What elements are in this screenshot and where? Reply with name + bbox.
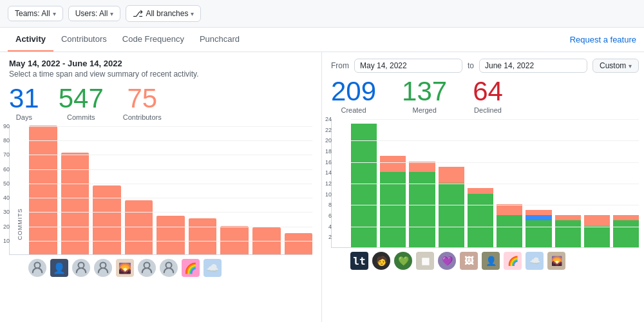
declined-bar-segment bbox=[555, 215, 581, 220]
pr-bar-stack bbox=[468, 188, 493, 247]
tab-contributors[interactable]: Contributors bbox=[53, 28, 115, 52]
days-stat: 31 Days bbox=[9, 85, 39, 121]
left-panel: May 14, 2022 - June 14, 2022 Select a ti… bbox=[0, 52, 322, 322]
pr-avatar: 💜 bbox=[438, 252, 456, 270]
from-label: From bbox=[331, 61, 349, 70]
commits-number: 547 bbox=[59, 85, 104, 112]
contributors-number: 75 bbox=[127, 85, 157, 112]
commit-bar bbox=[220, 226, 249, 254]
declined-bar-segment bbox=[468, 188, 493, 193]
contributors-label: Contributors bbox=[123, 113, 162, 121]
declined-stat: 64 Declined bbox=[473, 78, 503, 114]
days-label: Days bbox=[16, 113, 32, 121]
commits-label: Commits bbox=[67, 113, 95, 121]
pr-avatar: 🧑 bbox=[372, 252, 390, 270]
main-content: May 14, 2022 - June 14, 2022 Select a ti… bbox=[0, 52, 644, 322]
tab-code-frequency[interactable]: Code Frequency bbox=[115, 28, 192, 52]
pr-avatar: 🌈 bbox=[504, 252, 522, 270]
commits-stat: 547 Commits bbox=[59, 85, 104, 121]
custom-label: Custom bbox=[600, 61, 626, 70]
to-date-input[interactable] bbox=[479, 59, 587, 73]
pr-bar-stack bbox=[584, 215, 610, 247]
merged-number: 137 bbox=[402, 78, 447, 105]
declined-number: 64 bbox=[473, 78, 503, 105]
pr-bar-stack bbox=[351, 124, 377, 247]
commit-bar bbox=[125, 200, 153, 254]
date-subtitle: Select a time span and view summary of r… bbox=[9, 70, 312, 79]
merged-stat: 137 Merged bbox=[402, 78, 447, 114]
pr-avatar: ▦ bbox=[416, 252, 434, 270]
avatar: 🌄 bbox=[116, 259, 134, 277]
commit-bar bbox=[156, 216, 185, 254]
pr-avatar: 🖼 bbox=[460, 252, 478, 270]
merged-bar-segment bbox=[613, 220, 639, 247]
teams-dropdown[interactable]: Teams: All ▾ bbox=[8, 6, 63, 21]
pr-avatar: 🌄 bbox=[547, 252, 565, 270]
commit-bar bbox=[252, 227, 281, 254]
to-label: to bbox=[468, 61, 474, 70]
right-header: From to Custom ▾ bbox=[331, 59, 639, 73]
pr-avatar: 👤 bbox=[482, 252, 500, 270]
declined-bar-segment bbox=[497, 204, 522, 215]
request-feature-link[interactable]: Request a feature bbox=[570, 28, 636, 51]
teams-label: Teams: All bbox=[15, 9, 50, 18]
branches-dropdown[interactable]: ⎇ All branches ▾ bbox=[126, 5, 201, 22]
avatar bbox=[138, 259, 156, 277]
pr-avatar: 💚 bbox=[394, 252, 412, 270]
commit-bar bbox=[61, 153, 90, 254]
merged-bar-segment bbox=[526, 220, 551, 247]
users-label: Users: All bbox=[75, 9, 108, 18]
merged-label: Merged bbox=[412, 106, 436, 114]
top-bar: Teams: All ▾ Users: All ▾ ⎇ All branches… bbox=[0, 0, 644, 28]
pr-bar-stack bbox=[439, 167, 464, 247]
pr-bar-stack bbox=[409, 162, 435, 247]
users-dropdown[interactable]: Users: All ▾ bbox=[68, 6, 121, 21]
merged-bar-segment bbox=[584, 226, 610, 247]
tab-punchcard[interactable]: Punchcard bbox=[192, 28, 247, 52]
declined-bar-segment bbox=[584, 215, 610, 226]
declined-bar-segment bbox=[613, 215, 639, 220]
chevron-down-icon: ▾ bbox=[629, 62, 632, 70]
left-chart-wrapper: COMMITS 908070605040302010 👤🌄🌈☁️ bbox=[9, 126, 312, 321]
custom-button[interactable]: Custom ▾ bbox=[592, 59, 639, 73]
right-chart-wrapper: PULL REQUESTS 24222018161412108642 lt🧑💚▦… bbox=[331, 119, 639, 321]
commit-bar bbox=[29, 126, 57, 254]
avatar: ☁️ bbox=[204, 259, 222, 277]
left-stats-row: 31 Days 547 Commits 75 Contributors bbox=[9, 85, 312, 121]
right-panel: From to Custom ▾ 209 Created 137 Merged … bbox=[322, 52, 644, 322]
pr-bar-stack bbox=[555, 215, 581, 247]
merged-bar-segment bbox=[380, 172, 406, 247]
commit-bar bbox=[189, 218, 217, 254]
merged-bar-segment bbox=[439, 183, 464, 247]
merged-bar-segment bbox=[468, 194, 493, 247]
merged-bar-segment bbox=[555, 220, 581, 247]
right-stats-row: 209 Created 137 Merged 64 Declined bbox=[331, 78, 639, 114]
pr-bar-stack bbox=[380, 156, 406, 247]
commits-bar-chart: 908070605040302010 bbox=[9, 126, 312, 255]
created-label: Created bbox=[341, 106, 366, 114]
contributor-avatars: 👤🌄🌈☁️ bbox=[9, 259, 312, 277]
declined-bar-segment bbox=[380, 156, 406, 172]
avatar: 🌈 bbox=[182, 259, 200, 277]
declined-bar-segment bbox=[439, 167, 464, 183]
created-stat: 209 Created bbox=[331, 78, 376, 114]
merged-bar-segment bbox=[497, 215, 522, 247]
pr-bar-stack bbox=[497, 204, 522, 247]
declined-label: Declined bbox=[474, 106, 502, 114]
commit-bar bbox=[93, 185, 121, 254]
pr-bar-chart: 24222018161412108642 bbox=[331, 119, 639, 248]
avatar: 👤 bbox=[50, 259, 68, 277]
branches-icon: ⎇ bbox=[133, 8, 143, 19]
contributors-stat: 75 Contributors bbox=[123, 85, 162, 121]
pr-bar-stack bbox=[613, 215, 639, 247]
merged-bar-segment bbox=[409, 172, 435, 247]
from-date-input[interactable] bbox=[354, 59, 462, 73]
created-number: 209 bbox=[331, 78, 376, 105]
declined-bar-segment bbox=[526, 210, 551, 215]
pr-avatars: lt🧑💚▦💜🖼👤🌈☁️🌄 bbox=[331, 252, 639, 270]
chevron-down-icon: ▾ bbox=[53, 10, 56, 17]
avatar bbox=[94, 259, 112, 277]
tab-activity[interactable]: Activity bbox=[8, 28, 53, 52]
avatar bbox=[160, 259, 178, 277]
branches-label: All branches bbox=[146, 9, 188, 18]
